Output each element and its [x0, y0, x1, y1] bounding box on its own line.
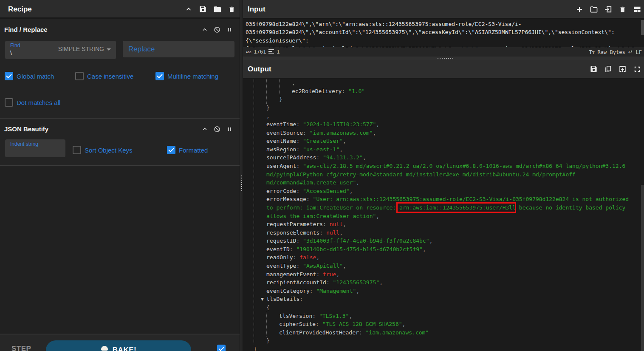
output-header: Output — [243, 60, 644, 79]
panel-divider-vertical[interactable] — [240, 0, 243, 351]
operation-title: Find / Replace — [4, 26, 48, 33]
maximise-output-icon[interactable] — [633, 65, 641, 74]
op-collapse-icon[interactable] — [201, 125, 208, 133]
input-encoding[interactable]: Raw Bytes — [598, 49, 625, 55]
auto-bake-checkbox[interactable] — [217, 345, 226, 351]
output-line: eventID: "190140bc-dd15-4754-b145-d6740b… — [266, 245, 629, 254]
input-textarea[interactable]: 035f09798d122e824\",\"arn\":\"arn:aws:st… — [243, 19, 644, 47]
character-count-icon: ᴀʙᴄ — [246, 51, 251, 54]
output-line: eventTime: "2024-10-15T10:23:57Z", — [266, 120, 629, 129]
checkbox-case-insensitive[interactable]: Case insensitive — [75, 72, 133, 80]
checkbox-multiline-matching[interactable]: Multiline matching — [155, 72, 218, 80]
dropdown-caret-icon — [107, 48, 111, 51]
checkbox-label: Case insensitive — [87, 73, 133, 80]
output-area[interactable]: ,ec2RoleDelivery: "1.0"}},eventTime: "20… — [243, 79, 644, 351]
cyberchef-app: { "recipe": { "title": "Recipe", "header… — [0, 0, 644, 351]
replace-placeholder: Replace — [128, 45, 155, 54]
recipe-panel: Recipe Find / Replace Find \ SIMPLE STRI… — [0, 0, 240, 351]
checkbox-global-match[interactable]: Global match — [5, 72, 54, 80]
checkbox-label: Global match — [17, 73, 54, 80]
divider-grip-icon — [241, 176, 242, 192]
replace-field[interactable]: Replace — [123, 41, 234, 57]
load-recipe-folder-icon[interactable] — [213, 5, 222, 14]
find-label: Find — [10, 42, 20, 48]
clear-input-trash-icon[interactable] — [618, 5, 627, 14]
output-line: } — [266, 104, 629, 112]
text-encoding-icon[interactable]: TT — [589, 49, 595, 55]
output-scrollbar[interactable] — [641, 185, 644, 351]
op-pause-icon[interactable] — [226, 125, 233, 133]
input-length: 1761 — [254, 49, 266, 55]
checkbox-icon[interactable] — [5, 72, 13, 80]
output-line: } — [266, 337, 629, 345]
indent-string-field[interactable]: Indent string — [5, 139, 65, 157]
output-line: readOnly: false, — [266, 253, 629, 262]
operation-separator — [0, 118, 240, 119]
input-eol[interactable]: LF — [636, 49, 642, 55]
find-field[interactable]: Find \ SIMPLE STRING — [5, 41, 116, 59]
open-folder-icon[interactable] — [589, 5, 598, 14]
add-input-icon[interactable] — [575, 5, 584, 14]
open-input-icon[interactable] — [604, 5, 613, 14]
input-tabs-layout-icon[interactable] — [633, 5, 641, 14]
indent-string-label: Indent string — [10, 141, 38, 147]
output-line: requestID: "3d14003f-ff47-4ca0-b94d-f3f7… — [266, 237, 629, 245]
op-disable-icon[interactable] — [213, 125, 220, 133]
checkbox-label: Formatted — [179, 147, 208, 154]
line-ending-icon[interactable]: ↵ — [628, 49, 633, 55]
output-line: md/command#iam.create-user", — [266, 178, 629, 187]
bake-button[interactable]: BAKE! — [46, 340, 191, 351]
checkbox-icon[interactable] — [75, 72, 84, 80]
recipe-empty-area — [0, 166, 240, 333]
checkbox-formatted[interactable]: Formatted — [167, 146, 208, 154]
line-count-icon — [268, 49, 274, 54]
find-type-dropdown[interactable]: SIMPLE STRING — [58, 45, 111, 52]
save-recipe-icon[interactable] — [198, 5, 207, 14]
recipe-title: Recipe — [8, 5, 32, 14]
output-line: md/pyimpl#CPython cfg/retry-mode#standar… — [266, 170, 629, 179]
checkbox-icon[interactable] — [5, 98, 13, 107]
checkbox-icon[interactable] — [155, 72, 164, 80]
checkbox-label: Sort Object Keys — [85, 147, 133, 154]
output-line: eventType: "AwsApiCall", — [266, 262, 629, 270]
op-collapse-icon[interactable] — [201, 26, 208, 33]
input-scrollbar[interactable] — [641, 20, 644, 35]
output-line: ec2RoleDelivery: "1.0" — [292, 87, 629, 96]
output-line: eventName: "CreateUser", — [266, 137, 629, 145]
output-line: userAgent: "aws-cli/2.18.5 md/awscrt#0.2… — [266, 162, 629, 170]
copy-output-icon[interactable] — [604, 65, 613, 74]
input-footer: ᴀʙᴄ 1761 1 TT Raw Bytes ↵ LF — [243, 47, 644, 57]
output-line: errorCode: "AccessDenied", — [266, 187, 629, 195]
op-disable-icon[interactable] — [213, 26, 220, 33]
output-line: managementEvent: true, — [266, 270, 629, 279]
output-line: , — [292, 79, 629, 87]
step-button[interactable]: STEP — [11, 345, 31, 351]
io-panels: Input 035f09798d122e824\",\"arn\":\"arn:… — [243, 0, 644, 351]
output-line: tlsVersion: "TLSv1.3", — [279, 312, 629, 320]
output-line: allows the iam:CreateUser action", — [266, 212, 629, 221]
output-line: awsRegion: "us-east-1", — [266, 145, 629, 154]
highlight-annotation-box — [396, 202, 516, 213]
output-line: cipherSuite: "TLS_AES_128_GCM_SHA256", — [279, 320, 629, 328]
output-title: Output — [248, 65, 271, 74]
input-title: Input — [248, 5, 266, 14]
divider-grip-icon — [438, 58, 453, 59]
collapse-recipe-icon[interactable] — [184, 5, 193, 14]
operation-title: JSON Beautify — [4, 125, 48, 133]
checkbox-dot-matches-all[interactable]: Dot matches all — [5, 98, 60, 107]
input-header: Input — [243, 0, 644, 19]
move-output-to-input-icon[interactable] — [618, 65, 627, 74]
output-line: ▼tlsDetails: — [266, 295, 629, 303]
checkbox-sort-object-keys[interactable]: Sort Object Keys — [73, 146, 133, 154]
op-pause-icon[interactable] — [226, 26, 233, 33]
output-line: } — [254, 345, 629, 351]
clear-recipe-trash-icon[interactable] — [227, 5, 236, 14]
output-line: , — [266, 112, 629, 120]
save-output-icon[interactable] — [589, 65, 598, 74]
output-line: eventCategory: "Management", — [266, 287, 629, 295]
panel-divider-horizontal[interactable] — [243, 57, 644, 60]
checkbox-icon[interactable] — [73, 146, 81, 154]
output-line: eventSource: "iam.amazonaws.com", — [266, 129, 629, 137]
recipe-header: Recipe — [0, 0, 240, 19]
checkbox-icon[interactable] — [167, 146, 175, 154]
